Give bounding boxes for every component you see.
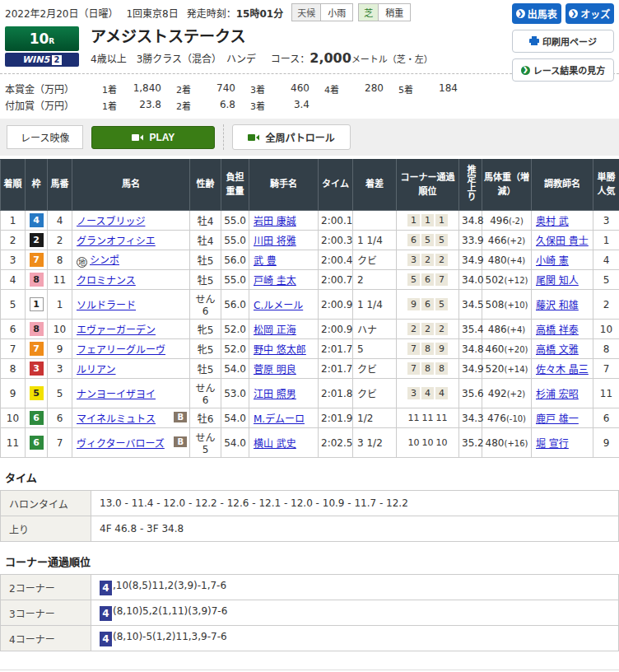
sex-age: 牝5 <box>190 339 221 359</box>
jockey-cell: 戸崎 圭太 <box>249 270 319 290</box>
horse-name-link[interactable]: フェアリーグルーヴ <box>77 344 165 356</box>
horse-name-link[interactable]: マイネルミュトス <box>77 413 156 425</box>
trainer-link[interactable]: 久保田 貴士 <box>536 236 589 247</box>
jockey-link[interactable]: 戸崎 圭太 <box>254 275 296 287</box>
jockey-link[interactable]: 岩田 康誠 <box>254 216 296 227</box>
trainer-link[interactable]: 高橋 祥泰 <box>536 324 579 336</box>
corner-position: 11 <box>435 412 448 424</box>
finish-position: 11 <box>1 428 26 458</box>
win-popularity: 8 <box>593 339 619 359</box>
corner-position: 11 <box>407 412 420 424</box>
finish-time: 2:00.7 <box>319 270 353 290</box>
horse-name-link[interactable]: グランオフィシエ <box>77 236 156 247</box>
finish-position: 4 <box>1 270 26 290</box>
column-header: 性齢 <box>190 160 221 211</box>
column-header: コーナー通過順位 <box>397 160 459 211</box>
prize-place-label: 3着 <box>250 82 272 96</box>
trainer-link[interactable]: 小崎 憲 <box>536 255 569 267</box>
horse-number: 3 <box>48 359 72 379</box>
horse-name-link[interactable]: ソルドラード <box>77 300 136 311</box>
entries-button[interactable]: ❯ 出馬表 <box>512 3 561 24</box>
horse-name-link[interactable]: ノースブリッジ <box>77 216 145 227</box>
race-date: 2022年2月20日（日曜） <box>5 6 118 20</box>
frame-cell: 4 <box>26 211 48 231</box>
prize-amount-value: 6.8 <box>198 99 235 112</box>
table-row: 511ソルドラードせん656.0C.ルメール2:00.91 1/496534.5… <box>1 290 619 320</box>
trainer-link[interactable]: 堀 宣行 <box>536 438 569 450</box>
trainer-link[interactable]: 藤沢 和雄 <box>536 300 579 311</box>
play-button[interactable]: PLAY <box>91 126 215 149</box>
corner-order-text: (8,10)-5(1,2)11,3,9-7-6 <box>113 631 227 642</box>
going-value: 稍重 <box>379 4 410 21</box>
jockey-link[interactable]: 横山 武史 <box>254 438 296 450</box>
trainer-link[interactable]: 鹿戸 雄一 <box>536 413 579 425</box>
weather-badge: 天候 小雨 <box>291 3 353 21</box>
frame-cell: 6 <box>26 408 48 428</box>
patrol-video-button[interactable]: 全周パトロール <box>232 124 350 150</box>
race-conditions-text: 4歳以上 3勝クラス（混合） ハンデ <box>91 54 256 65</box>
trainer-link[interactable]: 高橋 文雅 <box>536 344 579 356</box>
jockey-link[interactable]: 野中 悠太郎 <box>254 344 306 356</box>
time-section-heading: タイム <box>5 469 614 485</box>
corner-position: 1 <box>421 214 434 226</box>
horse-number: 11 <box>48 270 72 290</box>
win-popularity: 9 <box>593 428 619 458</box>
horse-weight-diff: (+20) <box>505 345 528 354</box>
blinkers-badge: B <box>174 436 187 447</box>
margin: 1 1/4 <box>353 231 397 250</box>
trainer-link[interactable]: 佐々木 晶三 <box>536 364 589 376</box>
sex-age: せん5 <box>190 428 221 458</box>
column-header-label: 単勝人気 <box>598 172 616 197</box>
win-popularity: 10 <box>593 320 619 339</box>
jockey-link[interactable]: M.デムーロ <box>254 413 305 425</box>
carried-weight: 52.0 <box>221 320 249 339</box>
column-header-label: 性齢 <box>197 179 215 189</box>
horse-name-link[interactable]: シンポ <box>90 254 119 266</box>
column-header-label: 推定上り <box>466 165 475 201</box>
entries-button-label: 出馬表 <box>528 7 557 21</box>
video-bar: レース映像 PLAY 全周パトロール <box>0 119 619 156</box>
horse-name-link[interactable]: ナンヨーイザヨイ <box>77 389 156 400</box>
video-camera-icon <box>132 133 144 142</box>
jockey-link[interactable]: 武 豊 <box>254 255 277 267</box>
prize-main-label: 本賞金（万円） <box>5 82 102 96</box>
jockey-cell: 川田 将雅 <box>249 231 319 250</box>
win5-badge: WIN5 2 <box>5 53 79 67</box>
jockey-link[interactable]: 菅原 明良 <box>254 364 296 376</box>
corner-3-order: 4(8,10)5,2(1,11)(3,9)7-6 <box>91 600 619 626</box>
win-popularity: 11 <box>593 379 619 408</box>
trainer-link[interactable]: 杉浦 宏昭 <box>536 389 579 400</box>
horse-name-link[interactable]: エヴァーガーデン <box>77 324 156 336</box>
trainer-link[interactable]: 尾関 知人 <box>536 275 579 287</box>
jockey-link[interactable]: 川田 将雅 <box>254 236 296 247</box>
jockey-link[interactable]: 江田 照男 <box>254 389 296 400</box>
column-header: 負担重量 <box>221 160 249 211</box>
frame-badge: 8 <box>30 322 44 336</box>
jockey-link[interactable]: 松岡 正海 <box>254 324 296 336</box>
trainer-link[interactable]: 奥村 武 <box>536 216 569 227</box>
going-badge: 芝 稍重 <box>358 3 411 21</box>
horse-name-link[interactable]: ヴィクターバローズ <box>77 438 165 450</box>
arrow-circle-icon: ❯ <box>569 9 578 18</box>
horse-name-link[interactable]: クロミナンス <box>77 275 136 287</box>
sex-age: 牡4 <box>190 231 221 250</box>
horse-name-link[interactable]: ルリアン <box>77 364 116 376</box>
column-header: 単勝人気 <box>593 160 619 211</box>
jockey-cell: 江田 照男 <box>249 379 319 408</box>
prize-bonus-values: 1着23.82着6.83着3.4 <box>102 99 324 112</box>
corner-position: 9 <box>435 343 448 355</box>
frame-cell: 3 <box>26 359 48 379</box>
print-page-button[interactable]: 印刷用ページ <box>512 30 614 53</box>
results-help-button[interactable]: ❯ レース結果の見方 <box>512 58 614 82</box>
sex-age: せん6 <box>190 379 221 408</box>
corner-position: 7 <box>407 362 420 375</box>
finish-position: 9 <box>1 379 26 408</box>
jockey-link[interactable]: C.ルメール <box>254 300 303 311</box>
corner-3-label: 3コーナー <box>1 600 91 626</box>
odds-button[interactable]: ❯ オッズ <box>565 3 615 24</box>
corner-position: 7 <box>435 273 448 286</box>
frame-cell: 7 <box>26 250 48 270</box>
corner-position: 10 <box>407 436 420 449</box>
furlong-time-label: ハロンタイム <box>1 491 91 516</box>
corner-order-text: (8,10)5,2(1,11)(3,9)7-6 <box>113 605 227 617</box>
